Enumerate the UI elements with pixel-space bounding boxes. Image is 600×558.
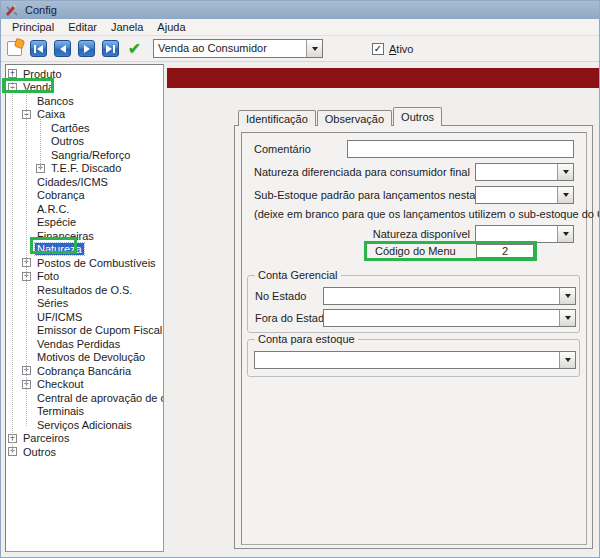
tree-item-label[interactable]: Outros [49,135,86,147]
tree-item-cidades-icms[interactable]: Cidades/ICMS [6,175,163,189]
sub-estoque-dropdown-button[interactable] [557,187,573,203]
tree-item-bancos[interactable]: Bancos [6,94,163,108]
tree-item-label[interactable]: Cobrança Bancária [35,365,133,377]
tree-item-label[interactable]: UF/ICMS [35,311,84,323]
tree-item-label[interactable]: Cobrança [35,189,87,201]
tree-item-label[interactable]: Checkout [35,378,85,390]
natureza-disponivel-combo[interactable] [475,225,574,243]
no-estado-label: No Estado [255,290,306,302]
tree-item-servi-os-adicionais[interactable]: Serviços Adicionais [6,418,163,432]
conta-estoque-combo[interactable] [254,351,576,369]
tree-guide-line [26,89,27,426]
tree-item-s-ries[interactable]: Séries [6,297,163,311]
conta-gerencial-title: Conta Gerencial [255,269,341,281]
menu-janela[interactable]: Janela [104,20,150,34]
tree-item-label[interactable]: Emissor de Cupom Fiscal [35,324,164,336]
tree-item-terminais[interactable]: Terminais [6,405,163,419]
app-icon [5,4,18,17]
tree-item-motivos-de-devolu-o[interactable]: Motivos de Devolução [6,351,163,365]
codigo-menu-input[interactable]: 2 [476,244,534,258]
tree-item-label[interactable]: Sangria/Reforço [49,149,133,161]
tree-item-label[interactable]: Bancos [35,95,76,107]
tree-item-parceiros[interactable]: +Parceiros [6,432,163,446]
tree-item-postos-de-combust-veis[interactable]: +Postos de Combustíveis [6,256,163,270]
no-estado-combo[interactable] [323,287,576,305]
tree-item-label[interactable]: Natureza [35,243,84,255]
natureza-diferenciada-combo[interactable] [475,163,574,181]
sub-estoque-combo[interactable] [475,186,574,204]
tree-item-label[interactable]: Terminais [35,405,86,417]
tree-item-emissor-de-cupom-fiscal[interactable]: Emissor de Cupom Fiscal [6,324,163,338]
tree-item-t-e-f-discado[interactable]: +T.E.F. Discado [6,162,163,176]
tree-item-label[interactable]: Postos de Combustíveis [35,257,158,269]
menu-principal[interactable]: Principal [5,20,61,34]
tree-guide-line [12,75,13,453]
next-record-button[interactable] [78,40,95,57]
prev-record-button[interactable] [54,40,71,57]
no-estado-dropdown-button[interactable] [559,288,575,304]
fora-estado-combo[interactable] [323,309,576,327]
fora-estado-label: Fora do Estado [255,312,330,324]
tree-item-label[interactable]: Motivos de Devolução [35,351,147,363]
chevron-down-icon [565,316,571,320]
menu-bar: Principal Editar Janela Ajuda [1,19,599,36]
tree-item-a-r-c-[interactable]: A.R.C. [6,202,163,216]
tree-item-label[interactable]: T.E.F. Discado [49,162,123,174]
tree-item-financeiras[interactable]: Financeiras [6,229,163,243]
fora-estado-dropdown-button[interactable] [559,310,575,326]
tree-item-label[interactable]: Vendas Perdidas [35,338,122,350]
tree-item-outros[interactable]: +Outros [6,445,163,459]
tree-item-cobran-a[interactable]: Cobrança [6,189,163,203]
maroon-banner [167,68,599,88]
main-area: +Produto−VendaBancos−CaixaCartõesOutrosS… [1,62,599,558]
tree-item-cobran-a-banc-ria[interactable]: +Cobrança Bancária [6,364,163,378]
prev-record-icon [60,45,66,53]
tree-item-vendas-perdidas[interactable]: Vendas Perdidas [6,337,163,351]
tree-item-label[interactable]: Espécie [35,216,78,228]
tree-item-uf-icms[interactable]: UF/ICMS [6,310,163,324]
tree-item-resultados-de-o-s-[interactable]: Resultados de O.S. [6,283,163,297]
first-record-button[interactable] [30,40,47,57]
tree-item-venda[interactable]: −Venda [6,81,163,95]
tree-item-checkout[interactable]: +Checkout [6,378,163,392]
title-bar[interactable]: Config [1,1,599,19]
tree-item-label[interactable]: Outros [21,446,58,458]
tree-item-label[interactable]: Parceiros [21,432,71,444]
conta-estoque-dropdown-button[interactable] [559,352,575,368]
tree-item-sangria-refor-o[interactable]: Sangria/Reforço [6,148,163,162]
tab-identificacao[interactable]: Identificação [238,110,316,126]
menu-editar[interactable]: Editar [61,20,104,34]
tab-outros[interactable]: Outros [393,107,442,126]
tree-item-caixa[interactable]: −Caixa [6,108,163,122]
tree-item-produto[interactable]: +Produto [6,67,163,81]
tree-item-label[interactable]: Produto [21,68,64,80]
tab-observacao[interactable]: Observação [317,110,392,126]
ativo-label[interactable]: Ativo [389,43,413,55]
tree-item-label[interactable]: Financeiras [35,230,96,242]
tree-item-central-de-aprova-o-de-cr-dito[interactable]: Central de aprovação de crédito [6,391,163,405]
new-record-button[interactable] [6,40,23,57]
tree-item-label[interactable]: Cidades/ICMS [35,176,110,188]
tree-item-esp-cie[interactable]: Espécie [6,216,163,230]
tree-item-natureza[interactable]: Natureza [6,243,163,257]
last-record-button[interactable] [102,40,119,57]
tree-item-label[interactable]: Resultados de O.S. [35,284,134,296]
tree-item-outros[interactable]: Outros [6,135,163,149]
tree-item-label[interactable]: Cartões [49,122,92,134]
record-selector-dropdown-button[interactable] [306,40,322,57]
natureza-diferenciada-dropdown-button[interactable] [557,164,573,180]
natureza-disponivel-dropdown-button[interactable] [557,226,573,242]
tree-item-label[interactable]: Séries [35,297,70,309]
tree-item-label[interactable]: Foto [35,270,61,282]
tree-item-label[interactable]: Serviços Adicionais [35,419,134,431]
comentario-input[interactable] [347,140,574,158]
ativo-checkbox[interactable]: ✓ [372,43,384,55]
tree-item-foto[interactable]: +Foto [6,270,163,284]
tree-item-label[interactable]: Central de aprovação de crédito [35,392,164,404]
confirm-button[interactable]: ✔ [126,40,143,57]
tree-item-cart-es[interactable]: Cartões [6,121,163,135]
tree-item-label[interactable]: A.R.C. [35,203,71,215]
menu-ajuda[interactable]: Ajuda [150,20,192,34]
ativo-checkbox-group: ✓ Ativo [372,43,413,55]
record-selector-combo[interactable]: Venda ao Consumidor [153,39,323,58]
